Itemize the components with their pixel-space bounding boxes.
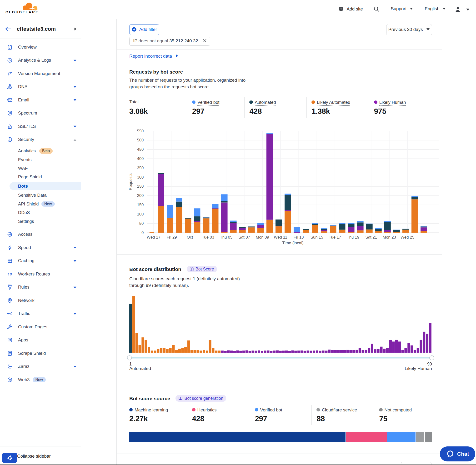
svg-text:Mon 23: Mon 23 bbox=[383, 235, 396, 240]
svg-text:Thu 19: Thu 19 bbox=[347, 235, 359, 240]
svg-text:Wed 27: Wed 27 bbox=[147, 235, 160, 240]
svg-text:Sat 07: Sat 07 bbox=[239, 235, 250, 240]
svg-text:550: 550 bbox=[137, 129, 144, 133]
svg-text:200: 200 bbox=[137, 193, 144, 198]
svg-text:Requests: Requests bbox=[128, 173, 133, 190]
svg-text:Wed 11: Wed 11 bbox=[274, 235, 287, 240]
svg-text:Sat 21: Sat 21 bbox=[366, 235, 377, 240]
svg-text:Wed 25: Wed 25 bbox=[401, 235, 414, 240]
svg-text:Tue 17: Tue 17 bbox=[329, 235, 341, 240]
svg-text:Tue 03: Tue 03 bbox=[202, 235, 214, 240]
svg-text:450: 450 bbox=[137, 147, 144, 152]
svg-text:300: 300 bbox=[137, 175, 144, 180]
svg-text:Mon 09: Mon 09 bbox=[256, 235, 269, 240]
svg-text:100: 100 bbox=[137, 212, 144, 216]
svg-text:Oct: Oct bbox=[187, 235, 193, 240]
svg-text:50: 50 bbox=[139, 221, 144, 226]
svg-text:250: 250 bbox=[137, 184, 144, 189]
svg-text:150: 150 bbox=[137, 203, 144, 207]
svg-text:0: 0 bbox=[141, 231, 144, 235]
svg-text:Thu 05: Thu 05 bbox=[220, 235, 233, 240]
svg-text:500: 500 bbox=[137, 138, 144, 142]
svg-text:400: 400 bbox=[137, 157, 144, 161]
svg-text:Sun 15: Sun 15 bbox=[310, 235, 323, 240]
svg-text:Fri 29: Fri 29 bbox=[167, 235, 177, 240]
svg-text:Time (local): Time (local) bbox=[282, 241, 303, 245]
svg-text:350: 350 bbox=[137, 166, 144, 170]
svg-text:Fri 13: Fri 13 bbox=[294, 235, 304, 240]
